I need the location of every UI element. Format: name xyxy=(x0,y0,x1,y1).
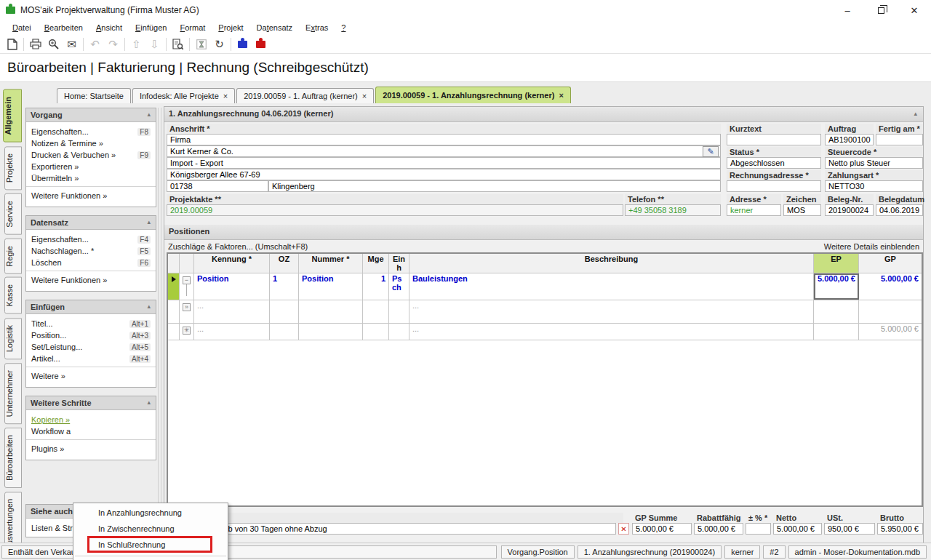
cell-oz[interactable]: 1 xyxy=(270,273,299,300)
ust-field[interactable]: 950,00 € xyxy=(824,523,875,535)
menu-einfuegen[interactable]: Einfügen xyxy=(129,22,173,33)
row-selector[interactable] xyxy=(168,273,180,300)
rechnungsadresse-field[interactable] xyxy=(727,180,821,192)
action-eigenschaften-datensatz[interactable]: Eigenschaften...F4 xyxy=(26,233,156,245)
action-workflow[interactable]: Workflow a xyxy=(26,425,156,437)
weitere-details-link[interactable]: Weitere Details einblenden xyxy=(824,242,919,251)
print-icon[interactable] xyxy=(26,36,44,52)
cell-mge[interactable]: 1 xyxy=(363,273,389,300)
cell-kennung[interactable]: ... xyxy=(194,324,270,340)
cell-gp[interactable]: 5.000,00 € xyxy=(859,324,922,340)
nav-tab-bueroarbeiten[interactable]: Büroarbeiten xyxy=(4,428,22,488)
row-selector[interactable] xyxy=(168,324,180,340)
nav-tab-regie[interactable]: Regie xyxy=(4,239,22,274)
nav-tab-service[interactable]: Service xyxy=(4,193,22,235)
action-loeschen[interactable]: LöschenF6 xyxy=(26,257,156,268)
edit-address-button[interactable]: ✎ xyxy=(703,146,719,157)
ort-field[interactable]: Klingenberg xyxy=(268,180,721,192)
action-weitere-funktionen-vorgang[interactable]: Weitere Funktionen » xyxy=(26,189,156,204)
menu-ansicht[interactable]: Ansicht xyxy=(89,22,129,33)
panel-einfuegen-header[interactable]: Einfügen xyxy=(26,300,156,314)
sidebar-splitter[interactable] xyxy=(158,108,161,519)
report-preview-icon[interactable] xyxy=(169,36,187,52)
cell-gp[interactable] xyxy=(859,300,922,323)
close-icon[interactable]: × xyxy=(223,92,228,100)
cell-beschreibung[interactable]: Bauleistungen xyxy=(409,273,814,300)
cell-oz[interactable] xyxy=(270,324,299,340)
cell-mge[interactable] xyxy=(363,324,389,340)
menu-format[interactable]: Format xyxy=(173,22,212,33)
cell-kennung[interactable]: Position xyxy=(194,273,270,300)
remove-zahlungsart-button[interactable]: ✕ xyxy=(618,523,629,535)
action-eigenschaften-vorgang[interactable]: Eigenschaften...F8 xyxy=(26,126,156,137)
netto-field[interactable]: 5.000,00 € xyxy=(773,523,822,535)
cell-nummer[interactable]: Position xyxy=(299,273,363,300)
fertig-am-field[interactable] xyxy=(876,134,923,145)
anschrift-line2-field[interactable]: Kurt Kerner & Co. xyxy=(167,145,721,157)
cell-oz[interactable] xyxy=(270,300,299,323)
zahlungsart-field[interactable]: Zahlbar innerhalb von 30 Tagen ohne Abzu… xyxy=(167,523,616,535)
nav-tab-allgemein[interactable]: Allgemein xyxy=(3,89,22,143)
kurztext-field[interactable] xyxy=(727,134,821,145)
new-row-button[interactable]: ✳ xyxy=(180,324,194,340)
anschrift-line3-field[interactable]: Import - Export xyxy=(167,157,721,169)
panel-weitere-schritte-header[interactable]: Weitere Schritte xyxy=(26,396,156,410)
action-position[interactable]: Position...Alt+3 xyxy=(26,329,156,341)
menu-bearbeiten[interactable]: Bearbeiten xyxy=(38,22,89,33)
menu-item-in-zwischenrechnung[interactable]: In Zwischenrechnung xyxy=(73,521,228,537)
menu-datei[interactable]: Datei xyxy=(6,22,38,33)
beleg-nr-field[interactable]: 201900024 xyxy=(825,204,874,216)
undo-icon[interactable]: ↶ xyxy=(86,36,104,52)
nav-tab-logistik[interactable]: Logistik xyxy=(4,318,22,359)
action-artikel[interactable]: Artikel...Alt+4 xyxy=(26,353,156,364)
action-drucken-verbuchen[interactable]: Drucken & Verbuchen »F9 xyxy=(26,149,156,161)
plugin-red-icon[interactable] xyxy=(252,36,270,52)
belegdatum-field[interactable]: 04.06.2019 xyxy=(876,204,923,216)
plz-field[interactable]: 01738 xyxy=(167,180,268,192)
action-exportieren[interactable]: Exportieren » xyxy=(26,161,156,172)
action-nachschlagen[interactable]: Nachschlagen... *F5 xyxy=(26,245,156,257)
menu-extras[interactable]: Extras xyxy=(299,22,335,33)
cell-kennung[interactable]: ... xyxy=(194,300,270,323)
cell-einh[interactable] xyxy=(389,324,409,340)
cell-beschreibung[interactable]: ... xyxy=(409,300,814,323)
projektakte-field[interactable]: 2019.00059 xyxy=(167,204,623,216)
rabattfaehig-field[interactable]: 5.000,00 € xyxy=(694,523,743,535)
row-selector[interactable] xyxy=(168,300,180,323)
cell-nummer[interactable] xyxy=(299,324,363,340)
zuschlaege-faktoren-link[interactable]: Zuschläge & Faktoren... (Umschalt+F8) xyxy=(168,242,308,251)
action-uebermitteln[interactable]: Übermitteln » xyxy=(26,172,156,184)
move-down-icon[interactable]: ⇩ xyxy=(145,36,164,52)
cell-ep-selected[interactable]: 5.000,00 € xyxy=(814,273,859,300)
anschrift-line1-field[interactable]: Firma xyxy=(167,134,721,145)
anschrift-line4-field[interactable]: Königsberger Allee 67-69 xyxy=(167,169,721,180)
cell-einh[interactable]: Psch xyxy=(389,273,409,300)
adresse-field[interactable]: kerner xyxy=(727,204,781,216)
nav-tab-projekte[interactable]: Projekte xyxy=(4,146,22,190)
status-field[interactable]: Abgeschlossen xyxy=(727,157,821,169)
panel-datensatz-header[interactable]: Datensatz xyxy=(26,216,156,230)
close-icon[interactable]: × xyxy=(362,92,367,100)
close-button[interactable]: ✕ xyxy=(898,0,931,20)
tab-auftrag[interactable]: 2019.00059 - 1. Auftrag (kerner)× xyxy=(236,88,374,103)
close-icon[interactable]: × xyxy=(559,91,563,100)
action-plugins[interactable]: Plugins » xyxy=(26,442,156,457)
minimize-button[interactable]: – xyxy=(831,0,864,20)
new-document-icon[interactable] xyxy=(3,36,21,52)
auftrag-field[interactable]: AB1900100 xyxy=(825,134,874,145)
menu-item-in-schlussrechnung[interactable]: In Schlußrechnung xyxy=(73,537,228,553)
cell-ep[interactable] xyxy=(814,300,859,323)
redo-icon[interactable]: ↷ xyxy=(104,36,122,52)
menu-help[interactable]: ? xyxy=(335,22,352,33)
action-weitere-funktionen-datensatz[interactable]: Weitere Funktionen » xyxy=(26,273,156,288)
menu-projekt[interactable]: Projekt xyxy=(212,22,249,33)
cell-beschreibung[interactable]: ... xyxy=(409,324,814,340)
cell-einh[interactable] xyxy=(389,300,409,323)
menu-datensatz[interactable]: Datensatz xyxy=(250,22,300,33)
cell-mge[interactable] xyxy=(363,300,389,323)
plusminus-field[interactable] xyxy=(746,523,771,535)
brutto-field[interactable]: 5.950,00 € xyxy=(877,523,923,535)
refresh-icon[interactable]: ↻ xyxy=(210,36,228,52)
action-notizen-termine[interactable]: Notizen & Termine » xyxy=(26,137,156,149)
collapse-row-button[interactable]: − xyxy=(180,273,194,300)
